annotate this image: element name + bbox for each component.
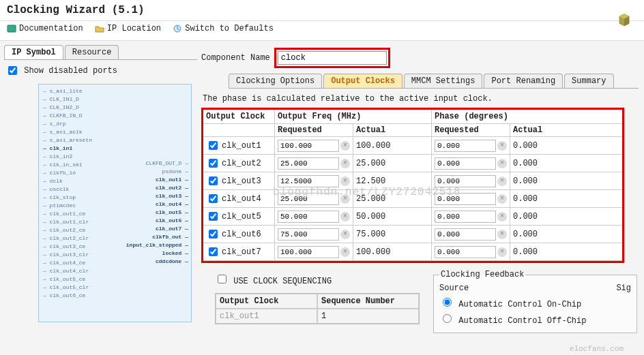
ip-port-left: — clk_out5_ce bbox=[43, 275, 187, 283]
switch-defaults-link[interactable]: Switch to Defaults bbox=[173, 24, 274, 33]
phase-actual: 0.000 bbox=[510, 208, 551, 225]
freq-requested-input[interactable] bbox=[278, 211, 339, 223]
freq-actual: 25.000 bbox=[353, 190, 432, 207]
clear-icon[interactable]: × bbox=[497, 176, 507, 186]
clock-sequencing-block: USE CLOCK SEQUENCING Output Clock Sequen… bbox=[201, 270, 420, 333]
clear-icon[interactable]: × bbox=[497, 194, 507, 204]
clear-icon[interactable]: × bbox=[497, 212, 507, 221]
table-row: clk_out3×12.500×0.000 bbox=[203, 172, 622, 190]
feedback-auto-on-chip[interactable]: Automatic Control On-Chip bbox=[439, 300, 581, 309]
documentation-link[interactable]: Documentation bbox=[7, 24, 83, 33]
ip-port-left: — s_axi_lite bbox=[43, 87, 187, 95]
clk-enable-checkbox[interactable] bbox=[209, 212, 218, 221]
tab-ip-symbol[interactable]: IP Symbol bbox=[4, 45, 63, 59]
clear-icon[interactable]: × bbox=[340, 212, 350, 221]
feedback-source-label: Source bbox=[439, 283, 469, 293]
clk-name: clk_out4 bbox=[222, 194, 261, 204]
tab-mmcm-settings[interactable]: MMCM Settings bbox=[404, 74, 483, 88]
feedback-sig-label: Sig bbox=[616, 283, 631, 293]
clear-icon[interactable]: × bbox=[340, 230, 350, 239]
clear-icon[interactable]: × bbox=[340, 141, 350, 151]
tab-clocking-options[interactable]: Clocking Options bbox=[229, 74, 322, 88]
col-freq-actual: Actual bbox=[353, 124, 432, 136]
ip-port-right: input_clk_stopped — bbox=[126, 241, 188, 249]
table-row: clk_out2×25.000×0.000 bbox=[203, 155, 622, 172]
freq-actual: 25.000 bbox=[353, 155, 432, 172]
tab-port-renaming[interactable]: Port Renaming bbox=[484, 74, 563, 88]
freq-requested-input[interactable] bbox=[278, 140, 339, 152]
ip-port-right: clkfb_out — bbox=[152, 233, 188, 241]
freq-actual: 12.500 bbox=[353, 172, 432, 189]
tab-resource[interactable]: Resource bbox=[65, 45, 119, 59]
clk-name: clk_out3 bbox=[222, 176, 261, 186]
clk-enable-checkbox[interactable] bbox=[209, 176, 218, 185]
phase-requested-input[interactable] bbox=[435, 228, 496, 241]
freq-requested-input[interactable] bbox=[278, 228, 339, 241]
feedback-auto-off-chip-radio[interactable] bbox=[443, 314, 452, 323]
freq-actual: 50.000 bbox=[353, 208, 432, 225]
component-name-input[interactable] bbox=[278, 51, 387, 65]
ip-location-link[interactable]: IP Location bbox=[95, 24, 161, 33]
ip-port-left: — s_axi_aclk bbox=[43, 128, 187, 136]
ip-port-right: clk_out6 — bbox=[156, 217, 188, 225]
freq-requested-input[interactable] bbox=[278, 175, 339, 187]
switch-defaults-label: Switch to Defaults bbox=[185, 24, 274, 33]
ip-port-left: — CLK_IN2_D bbox=[43, 104, 187, 112]
clear-icon[interactable]: × bbox=[497, 230, 507, 239]
use-clock-sequencing[interactable]: USE CLOCK SEQUENCING bbox=[215, 277, 332, 286]
svg-rect-3 bbox=[8, 25, 16, 32]
ip-port-left: — clk_in1 bbox=[43, 144, 187, 153]
phase-requested-input[interactable] bbox=[435, 193, 496, 205]
table-row: clk_out1×100.000×0.000 bbox=[203, 137, 622, 155]
col-phase-actual: Actual bbox=[510, 124, 551, 136]
book-icon bbox=[7, 24, 16, 33]
freq-actual: 100.000 bbox=[353, 243, 432, 260]
phase-actual: 0.000 bbox=[510, 137, 551, 154]
tab-output-clocks[interactable]: Output Clocks bbox=[323, 74, 402, 88]
clk-enable-checkbox[interactable] bbox=[209, 141, 218, 150]
clear-icon[interactable]: × bbox=[497, 141, 507, 151]
clear-icon[interactable]: × bbox=[340, 176, 350, 186]
clk-enable-checkbox[interactable] bbox=[209, 247, 218, 256]
freq-requested-input[interactable] bbox=[278, 157, 339, 170]
show-disabled-ports-label: Show disabled ports bbox=[24, 66, 117, 76]
use-clock-sequencing-checkbox[interactable] bbox=[218, 275, 226, 283]
ip-block-diagram: — s_axi_lite— CLK_IN1_D— CLK_IN2_D— CLKF… bbox=[38, 84, 192, 322]
use-clock-sequencing-label: USE CLOCK SEQUENCING bbox=[233, 277, 332, 286]
show-disabled-ports-checkbox[interactable] bbox=[8, 66, 17, 75]
phase-note: The phase is calculated relative to the … bbox=[201, 89, 639, 108]
clear-icon[interactable]: × bbox=[340, 247, 350, 257]
clk-enable-checkbox[interactable] bbox=[209, 194, 218, 203]
seq-col-output-clock: Output Clock bbox=[216, 294, 317, 309]
ip-port-right: clk_out2 — bbox=[156, 184, 188, 192]
show-disabled-ports[interactable]: Show disabled ports bbox=[5, 66, 117, 76]
freq-actual: 75.000 bbox=[353, 226, 432, 243]
phase-requested-input[interactable] bbox=[435, 246, 496, 258]
phase-requested-input[interactable] bbox=[435, 175, 496, 187]
col-freq-requested: Requested bbox=[275, 124, 353, 136]
clocking-feedback-legend: Clocking Feedback bbox=[439, 270, 525, 279]
phase-requested-input[interactable] bbox=[435, 140, 496, 152]
ip-port-left: — clk_out5_clr bbox=[43, 283, 187, 292]
clk-enable-checkbox[interactable] bbox=[209, 159, 218, 168]
clear-icon[interactable]: × bbox=[340, 194, 350, 204]
feedback-auto-on-chip-radio[interactable] bbox=[443, 298, 452, 307]
phase-requested-input[interactable] bbox=[435, 157, 496, 170]
phase-actual: 0.000 bbox=[510, 155, 551, 172]
toolbar: Documentation IP Location Switch to Defa… bbox=[0, 21, 644, 41]
col-phase: Phase (degrees) bbox=[432, 110, 622, 123]
feedback-auto-off-chip[interactable]: Automatic Control Off-Chip bbox=[439, 316, 586, 326]
freq-actual: 100.000 bbox=[353, 137, 432, 154]
clk-enable-checkbox[interactable] bbox=[209, 230, 218, 238]
clear-icon[interactable]: × bbox=[497, 247, 507, 257]
output-clocks-table: Output Clock Output Freq (MHz) Phase (de… bbox=[201, 108, 624, 263]
reset-icon bbox=[173, 24, 182, 33]
table-row: clk_out7×100.000×0.000 bbox=[203, 243, 622, 261]
col-output-freq: Output Freq (MHz) bbox=[275, 110, 432, 123]
freq-requested-input[interactable] bbox=[278, 246, 339, 258]
tab-summary[interactable]: Summary bbox=[564, 74, 613, 88]
clear-icon[interactable]: × bbox=[340, 159, 350, 168]
clear-icon[interactable]: × bbox=[497, 159, 507, 168]
freq-requested-input[interactable] bbox=[278, 193, 339, 205]
phase-requested-input[interactable] bbox=[435, 211, 496, 223]
